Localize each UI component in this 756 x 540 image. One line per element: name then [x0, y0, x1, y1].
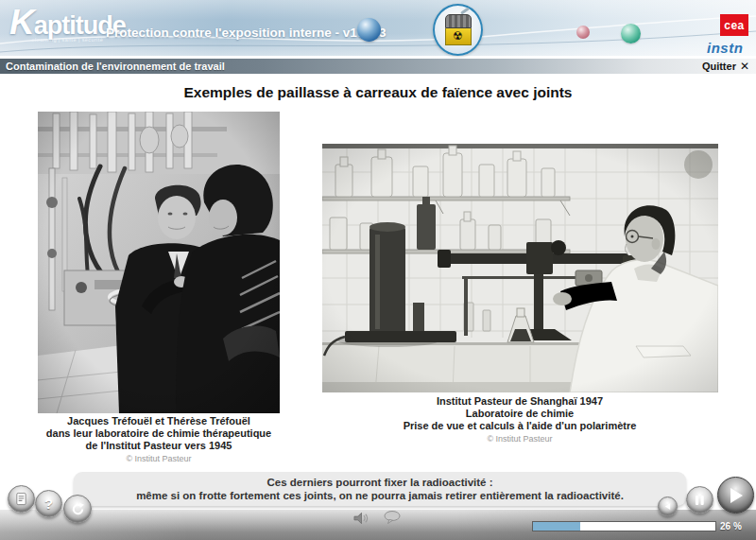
left-photo-graphic — [38, 112, 280, 413]
narration-message-box: Ces derniers pourront fixer la radioacti… — [74, 472, 686, 506]
cea-logo: cea — [720, 14, 748, 36]
pause-button[interactable] — [686, 486, 713, 514]
speaker-icon — [353, 512, 369, 525]
progress-bar — [532, 521, 716, 531]
right-photo-caption: Institut Pasteur de Shanghaï 1947 Labora… — [321, 395, 718, 445]
speech-bubble-icon — [384, 511, 401, 524]
close-icon: ✕ — [740, 60, 749, 73]
decorative-sphere-pink — [576, 26, 590, 39]
notes-button[interactable] — [8, 485, 35, 513]
play-button[interactable] — [717, 477, 754, 514]
progress-fill — [533, 522, 580, 531]
replay-icon — [71, 502, 85, 516]
quit-button[interactable]: Quitter✕ — [702, 59, 749, 74]
replay-button[interactable] — [63, 495, 92, 523]
section-bar: Contamination de l'environnement de trav… — [0, 58, 756, 75]
right-photo-image — [322, 144, 718, 392]
help-button[interactable]: ? — [35, 490, 62, 517]
previous-button[interactable] — [658, 496, 678, 516]
help-icon: ? — [44, 496, 53, 512]
drum-body: ☢ — [445, 28, 472, 45]
photo-credit: © Institut Pasteur — [17, 453, 301, 465]
message-line-1: Ces derniers pourront fixer la radioacti… — [266, 476, 492, 489]
caption-line: Prise de vue et calculs à l'aide d'un po… — [321, 420, 718, 432]
course-title: Protection contre l'exposition interne -… — [106, 26, 387, 40]
drum-graphic: ☢ — [445, 14, 472, 46]
play-icon — [729, 487, 744, 504]
caption-line: de l'Institut Pasteur vers 1945 — [17, 440, 301, 452]
left-photo-caption: Jacques Tréfouël et Thérèse Tréfouël dan… — [17, 415, 301, 465]
instn-logo: instn — [707, 40, 743, 56]
right-photo-graphic — [322, 144, 718, 392]
header: Kaptitude elearning | santé | sécurité P… — [0, 0, 756, 56]
page-title: Exemples de paillasse à carreaux de faïe… — [0, 84, 756, 101]
message-line-2: même si on frotte fortement ces joints, … — [136, 489, 624, 502]
drum-lid — [445, 14, 472, 28]
radioactive-drum-icon: ☢ — [433, 4, 483, 56]
caption-line: Laboratoire de chimie — [321, 408, 718, 420]
radiation-trefoil-icon: ☢ — [453, 30, 463, 42]
photo-credit: © Institut Pasteur — [321, 433, 718, 445]
caption-line: Institut Pasteur de Shanghaï 1947 — [321, 395, 718, 408]
decorative-sphere-blue — [357, 18, 381, 42]
left-photo-image — [38, 112, 280, 413]
pause-icon — [695, 495, 705, 506]
section-title: Contamination de l'environnement de trav… — [6, 59, 225, 74]
decorative-sphere-teal — [621, 24, 641, 44]
caption-line: dans leur laboratoire de chimie thérapeu… — [17, 427, 301, 440]
application-window: Kaptitude elearning | santé | sécurité P… — [0, 0, 756, 540]
notes-icon — [14, 492, 28, 506]
progress-percentage: 26 % — [720, 521, 742, 531]
caption-line: Jacques Tréfouël et Thérèse Tréfouël — [17, 415, 301, 427]
subtitles-button[interactable] — [384, 511, 401, 528]
speaker-button[interactable] — [353, 512, 369, 529]
drum-handle — [460, 7, 470, 14]
quit-label: Quitter — [702, 61, 736, 72]
previous-icon — [663, 502, 672, 511]
